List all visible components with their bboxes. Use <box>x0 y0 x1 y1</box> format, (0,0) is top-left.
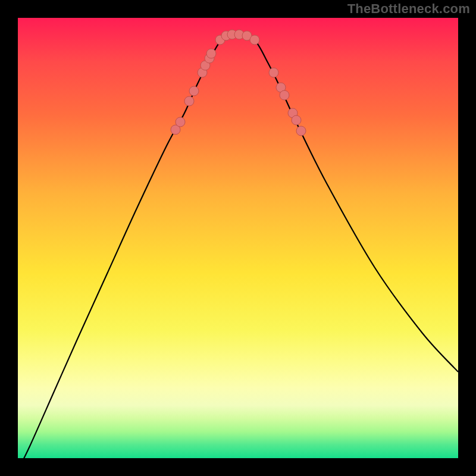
highlight-dot <box>205 54 214 63</box>
highlight-dot <box>288 108 298 118</box>
plot-area <box>18 18 458 458</box>
highlight-dot <box>269 68 278 77</box>
watermark-text: TheBottleneck.com <box>347 1 470 17</box>
highlight-dot <box>250 35 259 45</box>
bottleneck-curve <box>18 35 458 458</box>
highlight-dot <box>280 90 289 100</box>
chart-root: TheBottleneck.com <box>0 0 476 476</box>
highlight-dot <box>201 61 210 70</box>
highlight-dot <box>198 68 207 77</box>
highlight-dots <box>171 30 306 136</box>
highlight-dot <box>184 96 194 106</box>
highlight-dot <box>227 30 237 39</box>
highlight-dot <box>189 86 199 96</box>
highlight-dot <box>215 35 225 45</box>
highlight-dot <box>292 115 301 125</box>
highlight-dot <box>176 117 185 127</box>
highlight-dot <box>206 49 216 58</box>
highlight-dot <box>171 125 180 134</box>
highlight-dot <box>242 31 252 40</box>
highlight-dot <box>234 30 244 39</box>
highlight-dot <box>221 31 231 40</box>
highlight-dot <box>276 83 286 92</box>
highlight-dot <box>296 126 306 136</box>
curve-svg <box>18 18 458 458</box>
